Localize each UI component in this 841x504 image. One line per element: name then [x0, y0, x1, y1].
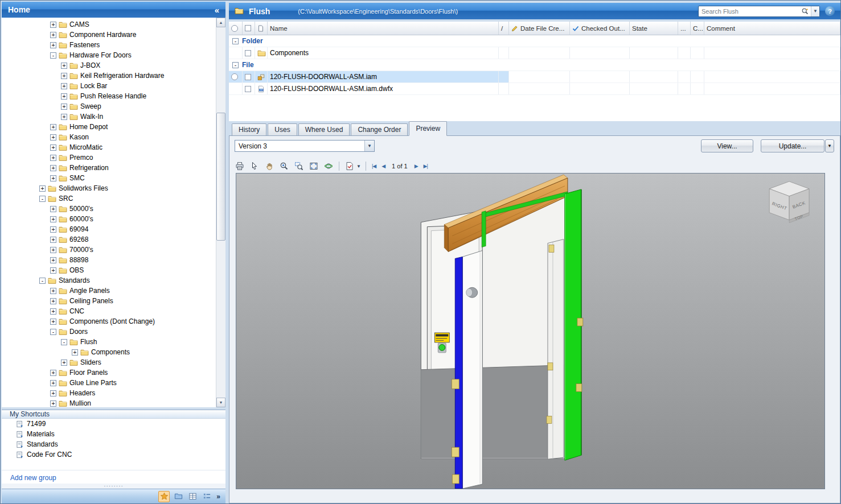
shortcut-71499[interactable]: 71499	[2, 419, 225, 429]
collapse-icon[interactable]: -	[39, 196, 46, 202]
search-box[interactable]: ▼	[698, 6, 820, 17]
expand-icon[interactable]: +	[72, 349, 78, 356]
row-select-cell[interactable]	[229, 47, 243, 59]
file-row-120-flush-doorwall-asm-iam[interactable]: 120-FLUSH-DOORWALL-ASM.iam	[229, 71, 840, 83]
search-input[interactable]	[699, 8, 799, 15]
group-row-folder[interactable]: -Folder	[229, 35, 840, 47]
tree-item-micromatic[interactable]: +MicroMatic	[2, 142, 216, 152]
previous-page-button[interactable]: ◀	[380, 163, 386, 169]
expand-icon[interactable]: +	[50, 400, 56, 407]
tree-item-60000-s[interactable]: +60000's	[2, 214, 216, 224]
tree-item-lock-bar[interactable]: +Lock Bar	[2, 81, 216, 91]
tree-item-push-release-handle[interactable]: +Push Release Handle	[2, 91, 216, 101]
row-select-cell[interactable]	[229, 83, 243, 94]
expand-icon[interactable]: +	[61, 73, 67, 79]
tree-item-src[interactable]: -SRC	[2, 193, 216, 204]
tree-item-ceiling-panels[interactable]: +Ceiling Panels	[2, 296, 216, 306]
tree-item-fasteners[interactable]: +Fasteners	[2, 40, 216, 50]
tree-item-headers[interactable]: +Headers	[2, 388, 216, 398]
shortcut-code-for-cnc[interactable]: Code For CNC	[2, 449, 225, 460]
collapse-icon[interactable]: -	[50, 329, 56, 335]
zoom-fit-tool-icon[interactable]	[308, 160, 319, 172]
tree-item-doors[interactable]: -Doors	[2, 327, 216, 337]
tree-item-solidworks-files[interactable]: +Solidworks Files	[2, 183, 216, 193]
shortcuts-view-icon[interactable]	[158, 491, 170, 502]
expand-icon[interactable]: +	[50, 267, 56, 274]
tree-item-j-box[interactable]: +J-BOX	[2, 60, 216, 71]
tree-item-50000-s[interactable]: +50000's	[2, 204, 216, 214]
expand-icon[interactable]: +	[50, 370, 56, 376]
markup-tool-icon[interactable]	[344, 160, 355, 172]
tree-item-components-dont-change[interactable]: +Components (Dont Change)	[2, 316, 216, 327]
tree-item-walk-in[interactable]: +Walk-In	[2, 111, 216, 122]
list-view-icon[interactable]	[201, 491, 212, 502]
select-tool-icon[interactable]	[249, 160, 260, 172]
print-icon[interactable]	[234, 160, 245, 172]
column-state[interactable]: State	[630, 22, 678, 35]
column-ellipsis[interactable]: ...	[678, 22, 691, 35]
tree-item-sweep[interactable]: +Sweep	[2, 101, 216, 111]
orbit-tool-icon[interactable]	[323, 160, 334, 172]
add-new-group-link[interactable]: Add new group	[2, 470, 225, 484]
markup-dropdown-arrow-icon[interactable]: ▼	[356, 164, 361, 169]
tree-item-cams[interactable]: +CAMS	[2, 19, 216, 30]
view-button[interactable]: View...	[701, 139, 753, 152]
search-options-dropdown-icon[interactable]: ▼	[811, 6, 819, 16]
tree-item-home-depot[interactable]: +Home Depot	[2, 122, 216, 132]
update-button[interactable]: Update...	[761, 139, 824, 152]
expand-icon[interactable]: +	[50, 175, 56, 181]
last-page-button[interactable]: ▶|	[422, 163, 429, 169]
tab-where-used[interactable]: Where Used	[298, 123, 350, 135]
expand-icon[interactable]: +	[50, 134, 56, 141]
column-date-file-created[interactable]: Date File Cre...	[509, 22, 570, 35]
expand-icon[interactable]: +	[50, 237, 56, 243]
expand-icon[interactable]: +	[61, 360, 67, 366]
folder-view-icon[interactable]	[173, 491, 184, 502]
tree-item-components[interactable]: +Components	[2, 347, 216, 357]
tree-item-obs[interactable]: +OBS	[2, 265, 216, 275]
tab-history[interactable]: History	[232, 123, 266, 135]
row-checkbox[interactable]	[245, 50, 251, 56]
tree-item-premco[interactable]: +Premco	[2, 152, 216, 163]
tree-item-sliders[interactable]: +Sliders	[2, 357, 216, 367]
expand-icon[interactable]: +	[50, 257, 56, 263]
scroll-down-arrow[interactable]: ▼	[216, 398, 225, 407]
shortcut-materials[interactable]: Materials	[2, 429, 225, 439]
expand-icon[interactable]: +	[50, 226, 56, 233]
column-name[interactable]: Name	[268, 22, 499, 35]
column-c[interactable]: C...	[691, 22, 704, 35]
row-checkbox-cell[interactable]	[243, 71, 255, 82]
collapse-icon[interactable]: -	[50, 52, 56, 59]
tree-item-69094[interactable]: +69094	[2, 224, 216, 234]
expand-icon[interactable]: +	[50, 319, 56, 325]
version-dropdown-arrow-icon[interactable]: ▼	[364, 141, 374, 151]
shortcuts-splitter-handle[interactable]: ········	[2, 484, 225, 489]
tree-item-angle-panels[interactable]: +Angle Panels	[2, 286, 216, 296]
tree-item-88898[interactable]: +88898	[2, 255, 216, 265]
collapse-pane-icon[interactable]: «	[215, 5, 219, 15]
expand-icon[interactable]: +	[50, 390, 56, 396]
expand-icon[interactable]: +	[50, 380, 56, 386]
expand-icon[interactable]: +	[50, 22, 56, 28]
next-page-button[interactable]: ▶	[413, 163, 419, 169]
tree-item-hardware-for-doors[interactable]: -Hardware For Doors	[2, 50, 216, 60]
scroll-up-arrow[interactable]: ▲	[216, 18, 225, 27]
collapse-group-icon[interactable]: -	[232, 62, 239, 68]
configure-buttons-chevron[interactable]: »	[215, 493, 221, 501]
first-page-button[interactable]: |◀	[371, 163, 377, 169]
tab-preview[interactable]: Preview	[409, 121, 447, 136]
expand-icon[interactable]: +	[50, 165, 56, 171]
tree-item-floor-panels[interactable]: +Floor Panels	[2, 367, 216, 378]
tree-item-standards[interactable]: -Standards	[2, 275, 216, 286]
tree-item-keil-refrigeration-hardware[interactable]: +Keil Refrigeration Hardware	[2, 71, 216, 81]
expand-icon[interactable]: +	[39, 185, 46, 192]
column-filetype[interactable]	[255, 22, 268, 35]
tree-item-flush[interactable]: -Flush	[2, 337, 216, 347]
tree-item-smc[interactable]: +SMC	[2, 173, 216, 183]
search-icon[interactable]	[799, 6, 811, 16]
column-selection[interactable]	[229, 22, 243, 35]
column-comment[interactable]: Comment	[704, 22, 840, 35]
column-checkbox[interactable]	[243, 22, 255, 35]
shortcut-standards[interactable]: Standards	[2, 439, 225, 449]
pan-tool-icon[interactable]	[264, 160, 275, 172]
